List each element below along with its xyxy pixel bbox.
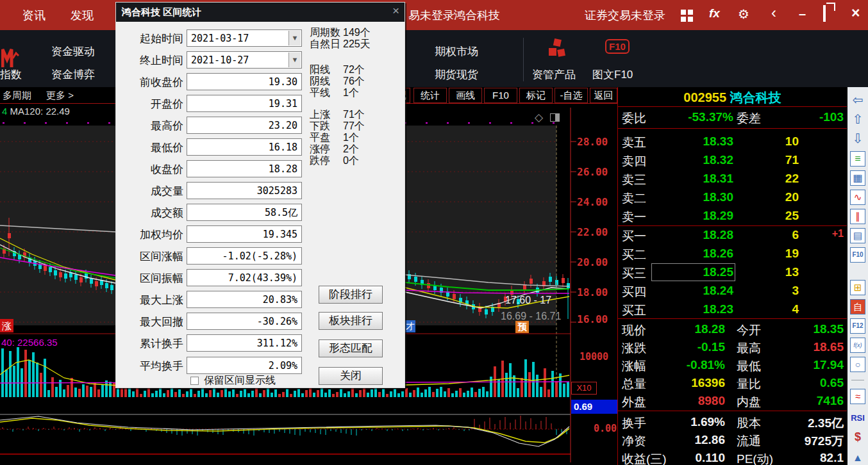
nav-fund-game[interactable]: 资金博弈 — [51, 67, 95, 82]
prev-close-input[interactable]: 19.30 — [187, 73, 302, 90]
ask-row-4[interactable]: 卖四18.3271 — [618, 153, 847, 170]
close-window-icon[interactable]: × — [851, 4, 860, 22]
trade-login-status[interactable]: 证券交易未登录 — [585, 8, 665, 23]
volume-input[interactable]: 3025283 — [187, 182, 302, 199]
flat-count: 平线1个 — [310, 86, 359, 100]
bid-row-5[interactable]: 买五18.234 — [618, 302, 847, 319]
apps-grid-icon[interactable] — [681, 10, 694, 22]
open-price-input[interactable]: 19.31 — [187, 95, 302, 112]
vwap-input[interactable]: 19.345 — [187, 225, 302, 243]
stock-name: 鸿合科技 — [730, 90, 781, 104]
shape-tool-icon[interactable]: ○ — [850, 357, 865, 372]
avg-turnover-input[interactable]: 2.09% — [187, 357, 302, 374]
pic-f10-icon[interactable]: F10 — [605, 39, 630, 54]
ask-row-5[interactable]: 卖五18.3310 — [618, 135, 847, 151]
bid-row-3[interactable]: 买三18.2513 — [618, 265, 847, 282]
max-rise-input[interactable]: 20.83% — [187, 291, 302, 308]
axis-label: 16.00 — [577, 313, 617, 325]
news-badge[interactable]: 才 — [405, 320, 415, 332]
tab-multi-period[interactable]: 多周期 — [3, 90, 31, 102]
max-drawdown-input[interactable]: -30.26% — [187, 313, 302, 330]
current-stock-name[interactable]: 鸿合科技 — [454, 8, 500, 23]
app-window: 多周期 更多 > 记 统计 画线 F10 标记 -自选 返回 4 MA120: … — [0, 0, 868, 465]
collapse-icon[interactable]: ‹ — [771, 4, 776, 22]
diamond-tool-icon[interactable]: ◇ — [535, 111, 543, 124]
stock-list-icon[interactable]: ≡ — [850, 151, 865, 167]
split-view-icon[interactable] — [550, 113, 560, 122]
dropdown-arrow-icon[interactable]: ▼ — [288, 53, 301, 67]
end-date-input[interactable]: 2021-10-27 ▼ — [187, 51, 302, 69]
axis-label: 18.00 — [577, 286, 617, 298]
rsi-icon[interactable]: RSI — [850, 411, 865, 426]
nav-asset-products[interactable]: 资管产品 — [532, 67, 576, 82]
pattern-match-button[interactable]: 形态匹配 — [319, 339, 383, 357]
minimize-icon[interactable]: – — [799, 6, 806, 21]
strip-divider — [851, 380, 864, 380]
toolbar-unwatch-button[interactable]: -自选 — [555, 88, 588, 103]
kline-chart-icon[interactable]: ∥ — [850, 209, 865, 224]
menu-discover[interactable]: 发现 — [71, 8, 94, 23]
close-dialog-button[interactable]: 关闭 — [319, 367, 383, 385]
settings-gear-icon[interactable]: ⚙ — [738, 6, 749, 22]
toolbar-mark-button[interactable]: 标记 — [519, 88, 553, 103]
ask-row-2[interactable]: 卖二18.3020 — [618, 190, 847, 207]
bid-row-1[interactable]: 买一18.286+1 — [618, 228, 847, 245]
f12-icon[interactable]: F12 — [850, 318, 865, 334]
keep-range-line-checkbox[interactable] — [190, 377, 199, 385]
close-price-input[interactable]: 18.28 — [187, 160, 302, 177]
back-arrow-icon[interactable]: ⇦ — [850, 92, 865, 108]
custom-stock-icon[interactable]: 自 — [850, 299, 865, 314]
wave-indicator-icon[interactable]: ≈ — [850, 389, 865, 404]
weibi-row: 委比 -53.37% 委差 -103 — [618, 110, 847, 127]
axis-label: 28.00 — [577, 136, 617, 148]
toolbar-return-button[interactable]: 返回 — [590, 88, 617, 103]
tab-more[interactable]: 更多 > — [46, 90, 74, 102]
nav-option-market[interactable]: 期权市场 — [435, 44, 478, 59]
stock-header[interactable]: 002955 鸿合科技 — [618, 89, 847, 106]
f10-icon[interactable]: F10 — [850, 247, 865, 263]
range-change-input[interactable]: -1.02(-5.28%) — [187, 247, 302, 265]
trend-chart-icon[interactable]: ∿ — [850, 190, 865, 205]
range-amplitude-input[interactable]: 7.02(43.39%) — [187, 269, 302, 286]
forecast-badge[interactable]: 预 — [515, 321, 529, 333]
news-pages-icon[interactable]: ▤ — [850, 228, 865, 243]
restore-window-icon[interactable] — [823, 6, 826, 21]
nav-index[interactable]: 指数 — [0, 67, 22, 82]
high-price-input[interactable]: 23.20 — [187, 117, 302, 134]
asset-products-icon[interactable] — [544, 38, 569, 63]
toolbar-f10-button[interactable]: F10 — [484, 88, 517, 103]
top-arrow-icon[interactable]: ▲ — [850, 450, 865, 465]
dialog-title[interactable]: 鸿合科技 区间统计 — [116, 3, 405, 22]
stat-row: 净资12.86 流通9725万 — [618, 433, 847, 450]
quote-table-icon[interactable]: ▦ — [850, 170, 865, 186]
cum-turnover-input[interactable]: 311.12% — [187, 334, 302, 352]
up-arrow-icon[interactable]: ⇧ — [850, 111, 865, 127]
volume-scale-label: X10 — [571, 382, 597, 395]
nav-fund-drive[interactable]: 资金驱动 — [51, 44, 95, 59]
turnover-input[interactable]: 58.5亿 — [187, 204, 302, 221]
stage-rank-button[interactable]: 阶段排行 — [319, 286, 383, 304]
account-status[interactable]: 易未登录 — [408, 8, 455, 23]
ask-row-3[interactable]: 卖三18.3122 — [618, 172, 847, 188]
nav-pic-f10[interactable]: 图文F10 — [592, 67, 633, 82]
stat-row: 总量16396 量比0.65 — [618, 376, 847, 393]
menu-news[interactable]: 资讯 — [22, 8, 46, 23]
toolbar-stat-button[interactable]: 统计 — [413, 88, 447, 103]
money-icon[interactable]: $ — [850, 429, 865, 445]
down-arrow-icon[interactable]: ⇩ — [850, 131, 865, 146]
sector-rank-button[interactable]: 板块排行 — [319, 312, 383, 330]
block-map-icon[interactable]: ⊞ — [850, 280, 865, 295]
nav-futures-spot[interactable]: 期货现货 — [435, 67, 478, 82]
bid-row-2[interactable]: 买二18.2619 — [618, 247, 847, 263]
stock-code: 002955 — [683, 90, 726, 104]
start-date-input[interactable]: 2021-03-17 ▼ — [187, 29, 302, 47]
dialog-close-icon[interactable]: × — [392, 4, 399, 18]
stat-row: 换手1.69% 股本2.35亿 — [618, 415, 847, 432]
formula-fx-icon[interactable]: fx — [709, 6, 720, 20]
formula-icon[interactable]: f(x) — [850, 338, 865, 353]
toolbar-draw-button[interactable]: 画线 — [449, 88, 482, 103]
dropdown-arrow-icon[interactable]: ▼ — [288, 31, 301, 45]
ask-row-1[interactable]: 卖一18.2925 — [618, 209, 847, 225]
bid-row-4[interactable]: 买四18.243 — [618, 284, 847, 300]
low-price-input[interactable]: 16.18 — [187, 138, 302, 156]
